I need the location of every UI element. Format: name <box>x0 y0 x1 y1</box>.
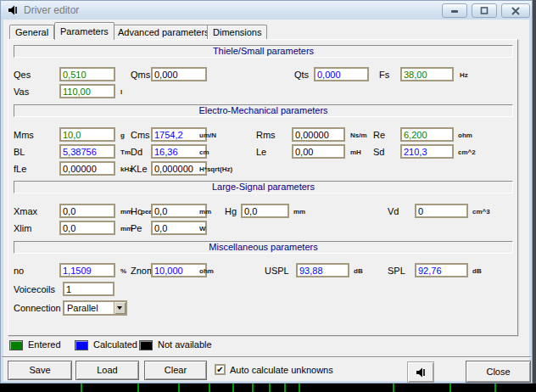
grid-tick <box>81 384 82 392</box>
dd-unit: cm <box>199 148 209 156</box>
grid-tick <box>178 384 180 392</box>
grid-tick <box>393 384 394 392</box>
grid-tick <box>494 384 496 392</box>
xmax-input[interactable] <box>59 204 115 218</box>
vas-label: Vas <box>14 87 29 97</box>
spl-label: SPL <box>388 266 405 276</box>
spl-input[interactable] <box>415 263 468 277</box>
auto-calc-checkbox[interactable]: ✔ <box>215 364 226 375</box>
re-input[interactable] <box>400 127 454 142</box>
hg-input[interactable] <box>241 204 289 218</box>
legend-label-0: Entered <box>28 339 61 350</box>
qts-label: Qts <box>294 70 309 80</box>
legend-label-2: Not available <box>158 339 212 350</box>
close-icon[interactable] <box>501 3 530 18</box>
vd-label: Vd <box>388 206 399 216</box>
connection-select[interactable]: Parallel <box>63 300 127 316</box>
section-header-2: Large-Signal parameters <box>14 181 513 193</box>
no-label: no <box>14 266 24 276</box>
grid-tick <box>137 384 139 392</box>
speaker-icon <box>415 367 427 378</box>
grid-tick <box>299 384 300 392</box>
qms-input[interactable] <box>151 67 207 81</box>
uspl-input[interactable] <box>296 263 349 277</box>
section-header-1: Electro-Mechanical parameters <box>14 104 513 117</box>
le-label: Le <box>256 147 266 157</box>
auto-calc-label: Auto calculate unknowns <box>230 365 333 375</box>
re-unit: ohm <box>458 132 472 139</box>
qts-input[interactable] <box>314 67 369 81</box>
no-input[interactable] <box>59 263 115 277</box>
save-button[interactable]: Save <box>8 361 72 380</box>
section-header-0: Thiele/Small parameters <box>14 45 513 58</box>
sd-input[interactable] <box>400 144 454 159</box>
mms-input[interactable] <box>59 127 115 142</box>
voicecoils-input[interactable] <box>63 282 114 296</box>
chevron-down-icon[interactable] <box>114 302 126 314</box>
hc-label: Hc <box>131 206 142 216</box>
fle-label: fLe <box>14 164 26 174</box>
grid-tick <box>449 384 451 392</box>
fs-unit: Hz <box>460 71 468 79</box>
znom-unit: ohm <box>199 267 214 275</box>
background-app-edge <box>533 0 536 392</box>
rms-label: Rms <box>256 130 276 140</box>
dd-label: Dd <box>131 147 142 157</box>
le-unit: mH <box>350 148 361 156</box>
clear-button[interactable]: Clear <box>144 361 207 380</box>
mms-label: Mms <box>14 130 34 140</box>
qes-input[interactable] <box>59 67 115 81</box>
vas-unit: l <box>120 88 122 96</box>
le-input[interactable] <box>292 144 345 159</box>
hc-unit: mm <box>199 208 211 216</box>
voicecoils-label: Voicecoils <box>14 284 55 294</box>
xlim-input[interactable] <box>59 221 115 235</box>
vas-input[interactable] <box>59 84 115 98</box>
tab-advanced-parameters[interactable]: Advanced parameters <box>112 25 215 39</box>
legend-swatch-0 <box>9 340 23 350</box>
connection-value: Parallel <box>67 303 98 313</box>
legend-swatch-1 <box>75 340 88 350</box>
spl-unit: dB <box>472 267 482 275</box>
sd-unit: cm^2 <box>458 148 476 156</box>
tab-general[interactable]: General <box>9 25 54 39</box>
qms-label: Qms <box>131 70 150 80</box>
parameters-panel: Thiele/Small parametersQesQmsQtsFsHzVasl… <box>8 39 518 336</box>
test-signal-button[interactable] <box>407 361 434 383</box>
legend-swatch-2 <box>139 340 153 350</box>
legend-label-1: Calculated <box>93 339 137 350</box>
screen: Driver editor General Parameters Advance… <box>0 0 536 392</box>
pe-unit: W <box>199 225 206 232</box>
maximize-button[interactable] <box>472 3 497 18</box>
kle-label: KLe <box>131 164 148 174</box>
load-button[interactable]: Load <box>75 361 139 380</box>
fle-input[interactable] <box>59 161 115 176</box>
connection-label: Connection <box>14 303 61 313</box>
vd-input[interactable] <box>415 204 468 218</box>
hg-label: Hg <box>225 206 237 216</box>
fs-input[interactable] <box>400 67 454 81</box>
close-button[interactable]: Close <box>466 361 531 383</box>
titlebar[interactable]: Driver editor <box>1 1 532 20</box>
window-title: Driver editor <box>24 4 79 16</box>
uspl-unit: dB <box>354 267 363 275</box>
minimize-button[interactable] <box>442 3 467 18</box>
tab-parameters[interactable]: Parameters <box>54 22 114 40</box>
speaker-icon <box>7 4 19 16</box>
bl-input[interactable] <box>59 144 115 159</box>
cms-unit: um/N <box>199 132 216 139</box>
bl-unit: Tm <box>120 148 131 156</box>
xmax-label: Xmax <box>14 206 37 216</box>
bl-label: BL <box>14 147 25 157</box>
tab-dimensions[interactable]: Dimensions <box>207 25 267 39</box>
xlim-label: Xlim <box>14 223 31 233</box>
uspl-label: USPL <box>265 266 289 276</box>
driver-editor-window: Driver editor General Parameters Advance… <box>0 0 533 384</box>
no-unit: % <box>120 267 126 275</box>
rms-input[interactable] <box>292 127 345 142</box>
sd-label: Sd <box>373 147 384 157</box>
grid-tick <box>269 384 271 392</box>
re-label: Re <box>373 130 385 140</box>
grid-tick <box>252 384 254 392</box>
hg-unit: mm <box>293 208 305 216</box>
